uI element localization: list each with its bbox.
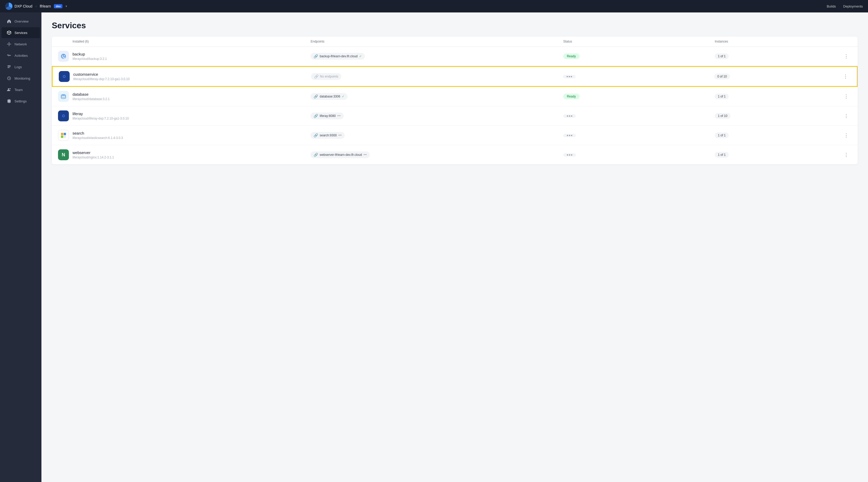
webserver-name: webserver (72, 150, 114, 155)
database-kebab-menu[interactable]: ⋮ (843, 92, 849, 100)
database-version: liferaycloud/database:3.2.1 (72, 97, 110, 101)
table-row[interactable]: N webserver liferaycloud/nginx:1.14.2-3.… (52, 145, 858, 164)
svg-rect-9 (7, 65, 11, 66)
search-endpoint-col: 🔗 search:9300 ••• (310, 132, 563, 139)
col-instances: Instances (715, 40, 841, 43)
sidebar-item-overview[interactable]: Overview (2, 16, 40, 27)
sidebar-item-monitoring[interactable]: Monitoring (2, 73, 40, 84)
sidebar-item-settings[interactable]: Settings (2, 96, 40, 107)
liferay-name: liferay (72, 112, 129, 116)
database-status: Ready (563, 93, 580, 99)
webserver-endpoint-col: 🔗 webserver-lfrlearn-dev.lfr.cloud ••• (310, 151, 563, 158)
svg-rect-11 (7, 67, 9, 68)
dot2 (569, 154, 570, 155)
backup-kebab-menu[interactable]: ⋮ (843, 52, 849, 60)
table-header: Installed (6) Endpoints Status Instances (52, 36, 858, 47)
activity-icon (7, 53, 11, 58)
service-name-col: N webserver liferaycloud/nginx:1.14.2-3.… (58, 149, 310, 160)
sidebar-item-logs[interactable]: Logs (2, 61, 40, 72)
webserver-endpoint-badge: 🔗 webserver-lfrlearn-dev.lfr.cloud ••• (310, 151, 370, 158)
customservice-endpoint-badge: 🔗 No endpoints (311, 73, 342, 80)
service-name-col: liferay liferaycloud/liferay-dxp:7.2.10-… (58, 110, 310, 121)
search-status-col (563, 134, 715, 137)
customservice-instances: 0 of 10 (714, 74, 730, 79)
svg-point-2 (9, 46, 9, 46)
table-row[interactable]: customservice liferaycloud/liferay-dxp:7… (52, 66, 858, 87)
liferay-endpoint: liferay:8080 (319, 114, 336, 118)
sidebar-item-network[interactable]: Network (2, 39, 40, 50)
dot3 (571, 115, 572, 117)
customservice-endpoint: No endpoints (320, 75, 338, 78)
table-row[interactable]: liferay liferaycloud/liferay-dxp:7.2.10-… (52, 106, 858, 126)
table-row[interactable]: database liferaycloud/database:3.2.1 🔗 d… (52, 87, 858, 106)
backup-check-icon: ✓ (359, 54, 362, 58)
liferay-kebab-menu[interactable]: ⋮ (843, 112, 849, 120)
search-kebab-menu[interactable]: ⋮ (843, 132, 849, 139)
dot1 (567, 135, 568, 136)
table-row[interactable]: backup liferaycloud/backup:3.2.1 🔗 backu… (52, 47, 858, 66)
database-endpoint-col: 🔗 database:3306 ✓ (310, 93, 563, 100)
database-instances: 1 of 1 (715, 93, 729, 99)
team-icon (7, 87, 11, 92)
search-more-icon[interactable]: ••• (338, 134, 342, 137)
search-name: search (72, 131, 123, 135)
svg-point-13 (8, 88, 9, 90)
webserver-info: webserver liferaycloud/nginx:1.14.2-3.1.… (72, 150, 114, 159)
top-nav: DXP Cloud › lfrlearn dev ▾ Builds Deploy… (0, 0, 868, 12)
deployments-link[interactable]: Deployments (843, 4, 863, 8)
webserver-icon: N (58, 149, 69, 160)
webserver-version: liferaycloud/nginx:1.14.2-3.1.1 (72, 155, 114, 159)
logs-icon (7, 64, 11, 69)
sidebar-label-team: Team (14, 88, 23, 92)
svg-rect-25 (64, 133, 66, 135)
brand-name: DXP Cloud (14, 4, 32, 8)
database-check-icon: ✓ (342, 95, 344, 98)
liferay-more-icon[interactable]: ••• (337, 114, 341, 118)
liferay-info: liferay liferaycloud/liferay-dxp:7.2.10-… (72, 112, 129, 120)
table-row[interactable]: search liferaycloud/elasticsearch:6.1.4-… (52, 126, 858, 145)
logo (5, 3, 12, 10)
sidebar-item-activities[interactable]: Activities (2, 50, 40, 61)
backup-icon (58, 51, 69, 62)
env-badge[interactable]: dev (54, 4, 62, 8)
search-menu-col: ⋮ (841, 132, 851, 139)
svg-point-3 (7, 44, 8, 45)
dot2 (569, 115, 570, 117)
network-endpoint-icon: 🔗 (314, 54, 318, 58)
breadcrumb-sep: › (35, 4, 37, 8)
no-endpoint-icon: 🔗 (314, 75, 318, 79)
col-endpoints: Endpoints (310, 40, 563, 43)
customservice-kebab-menu[interactable]: ⋮ (842, 73, 849, 80)
backup-name: backup (72, 52, 107, 56)
customservice-endpoint-col: 🔗 No endpoints (311, 73, 563, 80)
search-endpoint-icon: 🔗 (314, 133, 318, 137)
customservice-status (563, 75, 576, 78)
sidebar-label-monitoring: Monitoring (14, 77, 30, 80)
sidebar-label-logs: Logs (14, 65, 22, 69)
sidebar-label-activities: Activities (14, 54, 28, 58)
sidebar-item-team[interactable]: Team (2, 84, 40, 95)
sidebar-item-services[interactable]: Services (2, 27, 40, 38)
search-instances: 1 of 1 (715, 133, 729, 138)
liferay-instances-col: 1 of 10 (715, 113, 841, 119)
liferay-status (563, 114, 576, 118)
project-name[interactable]: lfrlearn (40, 4, 51, 8)
dot3 (571, 135, 572, 136)
dot1 (567, 154, 568, 155)
backup-instances: 1 of 1 (715, 53, 729, 59)
database-icon (58, 91, 69, 102)
search-instances-col: 1 of 1 (715, 133, 841, 138)
svg-rect-26 (61, 136, 63, 138)
webserver-endpoint: webserver-lfrlearn-dev.lfr.cloud (319, 153, 362, 157)
svg-rect-10 (7, 66, 11, 67)
webserver-kebab-menu[interactable]: ⋮ (843, 151, 849, 159)
liferay-instances: 1 of 10 (715, 113, 731, 119)
webserver-more-icon[interactable]: ••• (364, 153, 367, 157)
env-chevron-icon[interactable]: ▾ (65, 4, 67, 8)
svg-point-19 (61, 94, 65, 96)
page-title: Services (52, 21, 858, 30)
col-actions (841, 40, 851, 43)
webserver-status (563, 153, 576, 157)
builds-link[interactable]: Builds (827, 4, 836, 8)
search-status (563, 134, 576, 137)
